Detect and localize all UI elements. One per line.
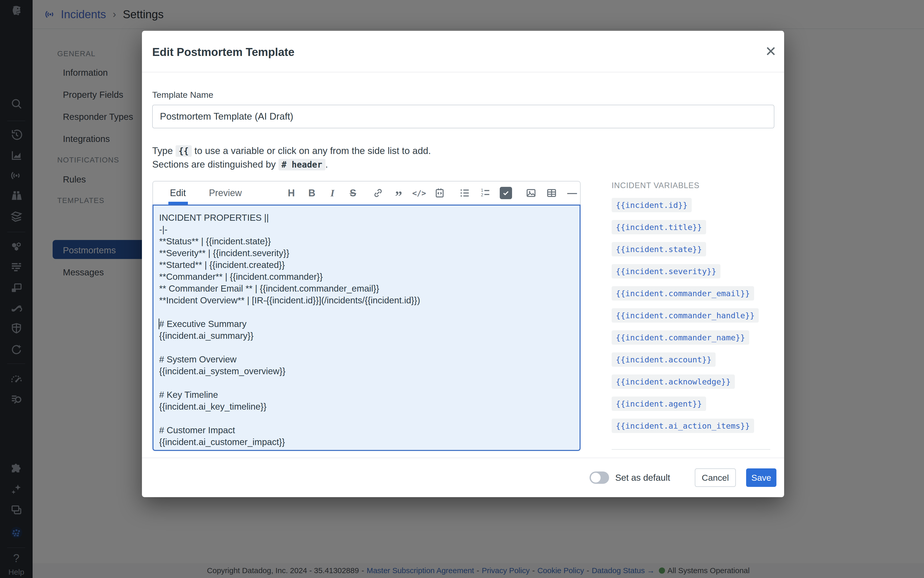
hint-line-1: Type {{ to use a variable or click on an…: [152, 144, 431, 158]
text-cursor: [159, 318, 159, 329]
heading-button[interactable]: H: [283, 185, 300, 201]
editor-line: **Severity** | {{incident.severity}}: [159, 247, 580, 259]
editor-line: # Executive Summary: [159, 318, 580, 330]
editor-line: {{incident.ai_system_overview}}: [159, 365, 580, 377]
modal-header-divider: [142, 72, 784, 72]
save-button[interactable]: Save: [746, 468, 776, 487]
set-as-default-label: Set as default: [615, 472, 670, 483]
editor-line: {{incident.ai_customer_impact}}: [159, 436, 580, 448]
cancel-button[interactable]: Cancel: [695, 468, 736, 487]
editor-line: [159, 412, 580, 424]
variable-chip-commander-email[interactable]: {{incident.commander_email}}: [612, 286, 754, 300]
editor-line: **Started** | {{incident.created}}: [159, 259, 580, 271]
hint-text: Type: [152, 146, 175, 156]
variable-chip-acknowledge[interactable]: {{incident.acknowledge}}: [612, 375, 735, 389]
editor-line: **Status** | {{incident.state}}: [159, 235, 580, 247]
editor-line: -|-: [159, 224, 580, 235]
toggle-knob: [591, 473, 601, 482]
variable-chip-incident-title[interactable]: {{incident.title}}: [612, 220, 706, 234]
editor-line: **Commander** | {{incident.commander}}: [159, 271, 580, 283]
variables-panel-divider: [612, 449, 770, 450]
editor-line: [159, 342, 580, 354]
svg-text:1: 1: [481, 188, 483, 193]
hint-code-header: # header: [278, 159, 325, 170]
editor-line: [159, 306, 580, 318]
link-icon[interactable]: [370, 185, 386, 201]
variable-chip-incident-state[interactable]: {{incident.state}}: [612, 242, 706, 257]
variables-panel-title: INCIDENT VARIABLES: [612, 181, 773, 190]
inline-code-icon[interactable]: </>: [411, 185, 428, 201]
variable-chip-agent[interactable]: {{incident.agent}}: [612, 396, 706, 411]
editor-hint: Type {{ to use a variable or click on an…: [152, 144, 431, 171]
hint-code-braces: {{: [175, 145, 192, 157]
hint-text: Sections are distinguished by: [152, 159, 278, 170]
close-icon[interactable]: ✕: [763, 43, 779, 60]
bulleted-list-icon[interactable]: [456, 185, 473, 201]
tab-preview[interactable]: Preview: [209, 181, 242, 205]
bold-button[interactable]: B: [304, 185, 320, 201]
variable-chip-commander-handle[interactable]: {{incident.commander_handle}}: [612, 308, 759, 323]
set-as-default-toggle[interactable]: [589, 471, 609, 484]
modal-title: Edit Postmortem Template: [152, 46, 294, 58]
numbered-list-icon[interactable]: 12: [477, 185, 494, 201]
incident-variables-panel: INCIDENT VARIABLES {{incident.id}} {{inc…: [612, 181, 773, 433]
code-block-icon[interactable]: [431, 185, 448, 201]
hint-text: to use a variable or click on any from t…: [192, 146, 431, 156]
editor-line: {{incident.ai_summary}}: [159, 330, 580, 342]
strikethrough-button[interactable]: S: [344, 185, 361, 201]
editor-textarea[interactable]: INCIDENT PROPERTIES || -|- **Status** | …: [153, 205, 581, 451]
markdown-editor: Edit Preview H B I S ” </>: [153, 181, 581, 451]
modal-footer: Set as default Cancel Save: [142, 458, 784, 497]
table-icon[interactable]: [543, 185, 560, 201]
edit-postmortem-template-modal: Edit Postmortem Template ✕ Template Name…: [142, 31, 784, 497]
variable-chip-incident-id[interactable]: {{incident.id}}: [612, 198, 692, 212]
image-icon[interactable]: [523, 185, 539, 201]
variable-chip-account[interactable]: {{incident.account}}: [612, 352, 716, 367]
template-name-label: Template Name: [152, 90, 213, 100]
hint-text: .: [325, 159, 328, 170]
editor-line: ** Commander Email ** | {{incident.comma…: [159, 283, 580, 294]
variable-chip-incident-severity[interactable]: {{incident.severity}}: [612, 264, 721, 278]
editor-line: {{incident.ai_key_timeline}}: [159, 401, 580, 412]
editor-toolbar: Edit Preview H B I S ” </>: [153, 181, 581, 205]
svg-text:2: 2: [481, 193, 483, 197]
editor-line: INCIDENT PROPERTIES ||: [159, 212, 580, 224]
editor-line: **Incident Overview** | [IR-{{incident.i…: [159, 294, 580, 306]
horizontal-rule-icon[interactable]: —: [563, 185, 581, 201]
editor-line: # System Overview: [159, 354, 580, 365]
variable-chip-ai-action-items[interactable]: {{incident.ai_action_items}}: [612, 419, 754, 433]
italic-button[interactable]: I: [324, 185, 341, 201]
task-list-icon[interactable]: [497, 185, 514, 201]
hint-line-2: Sections are distinguished by # header.: [152, 158, 431, 171]
tab-edit[interactable]: Edit: [170, 181, 186, 205]
editor-line: # Key Timeline: [159, 389, 580, 401]
blockquote-icon[interactable]: ”: [390, 185, 407, 201]
template-name-input[interactable]: [152, 105, 775, 128]
editor-line: [159, 377, 580, 389]
editor-line: # Customer Impact: [159, 424, 580, 436]
variable-chip-commander-name[interactable]: {{incident.commander_name}}: [612, 330, 749, 345]
